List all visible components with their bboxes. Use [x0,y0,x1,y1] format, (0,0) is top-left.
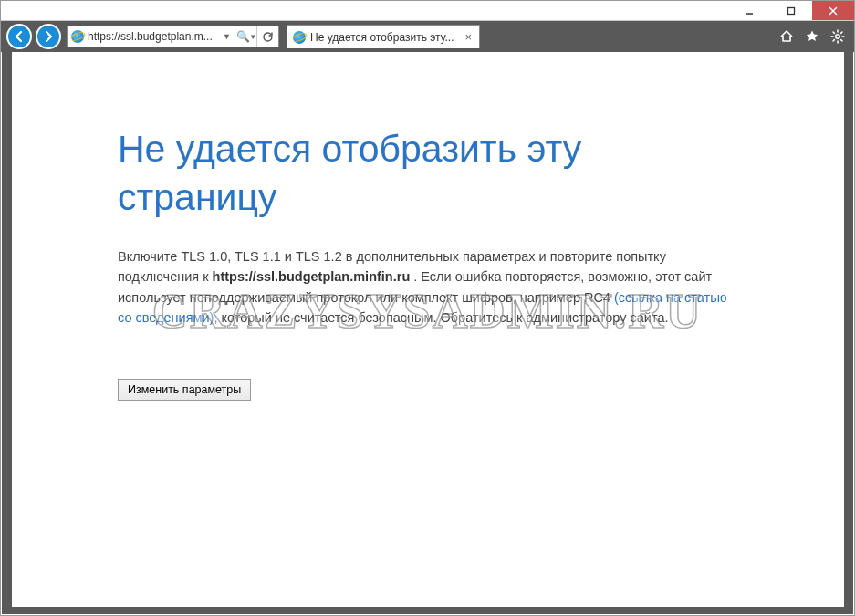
ie-icon [293,31,306,44]
tab-title: Не удается отобразить эту... [310,31,458,44]
search-button[interactable]: 🔍 ▾ [235,26,256,47]
home-icon[interactable] [779,29,794,44]
window-titlebar [1,1,854,21]
address-bar[interactable]: https://ssl.budgetplan.m... ▼ 🔍 ▾ [67,26,279,47]
page-title: Не удается отобразить эту страницу [118,125,744,223]
favorites-icon[interactable] [805,29,819,44]
forward-button[interactable] [36,24,61,49]
back-button[interactable] [6,24,32,49]
browser-tab[interactable]: Не удается отобразить эту... × [287,25,480,48]
address-text: https://ssl.budgetplan.m... [88,30,219,43]
window-close-button[interactable] [812,1,854,20]
ie-icon [71,30,84,43]
browser-toolbar: https://ssl.budgetplan.m... ▼ 🔍 ▾ Не уда… [1,21,854,52]
error-body: Включите TLS 1.0, TLS 1.1 и TLS 1.2 в до… [118,246,744,329]
window-maximize-button[interactable] [770,1,812,20]
error-page: Не удается отобразить эту страницу Включ… [12,52,844,607]
chevron-down-icon[interactable]: ▾ [251,32,255,41]
change-settings-button[interactable]: Изменить параметры [118,379,251,401]
body-text-3: , который не считается безопасным. Обрат… [214,310,668,325]
window-minimize-button[interactable] [728,1,770,20]
search-icon: 🔍 [236,30,250,43]
chevron-down-icon[interactable]: ▼ [223,32,231,41]
svg-rect-1 [788,7,795,14]
svg-point-4 [836,35,839,38]
tab-close-button[interactable]: × [463,30,474,44]
refresh-icon [262,31,274,43]
viewport-frame: Не удается отобразить эту страницу Включ… [2,52,853,614]
refresh-button[interactable] [256,26,278,47]
body-url: https://ssl.budgetplan.minfin.ru [213,269,411,284]
settings-icon[interactable] [830,29,845,44]
